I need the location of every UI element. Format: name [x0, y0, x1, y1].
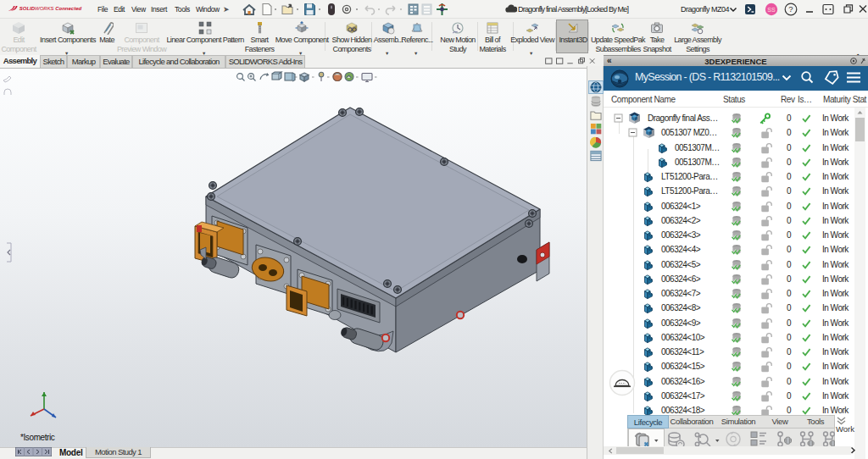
svg-text:?: ? [788, 4, 793, 14]
svg-text:SOLIDWORKS Connected: SOLIDWORKS Connected [19, 6, 82, 11]
svg-text:SS: SS [767, 7, 776, 13]
